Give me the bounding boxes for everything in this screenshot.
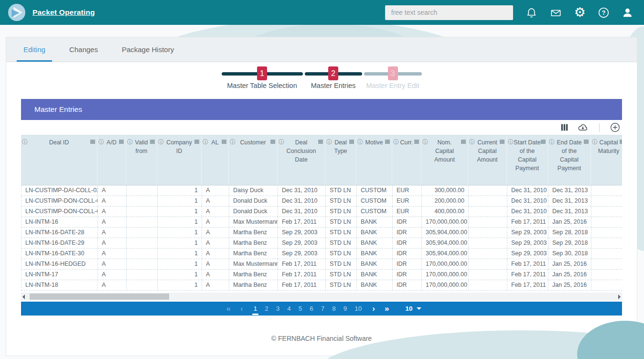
column-menu-icon[interactable] — [270, 140, 275, 144]
page-number-9[interactable]: 9 — [340, 302, 351, 315]
app-title[interactable]: Packet Operating — [32, 8, 95, 17]
column-header[interactable]: ⓘDeal Conclusion Date — [278, 135, 325, 185]
page-number-8[interactable]: 8 — [328, 302, 340, 315]
info-icon: ⓘ — [592, 138, 598, 146]
column-header[interactable]: ⓘMotive — [356, 135, 392, 185]
column-header[interactable]: ⓘNom. Capital Amount — [421, 135, 468, 185]
table-cell: STD LN — [326, 217, 357, 227]
page-number-5[interactable]: 5 — [295, 302, 306, 315]
tab-editing[interactable]: Editing — [17, 37, 52, 62]
page-number-1[interactable]: 1 — [250, 302, 261, 315]
scroll-right-icon[interactable] — [618, 294, 621, 299]
column-menu-icon[interactable] — [500, 140, 504, 144]
scroll-left-icon[interactable] — [22, 294, 25, 299]
table-cell: Feb 17, 2011 — [278, 280, 326, 290]
last-page-button[interactable]: » — [380, 302, 394, 315]
info-icon: ⓘ — [22, 138, 28, 146]
column-header[interactable]: ⓘCapital Maturity — [591, 135, 622, 185]
column-header[interactable]: ⓘAL — [202, 135, 229, 185]
notifications-icon[interactable] — [526, 7, 537, 19]
table-cell: 1 — [158, 238, 202, 248]
table-row[interactable]: LN-INTM-16-DATE-28A1AMartha BenzSep 29, … — [21, 228, 622, 238]
page-number-3[interactable]: 3 — [272, 302, 284, 315]
table-cell: 200,000.00 — [422, 196, 469, 206]
table-cell: Sep 29, 2003 — [278, 228, 326, 238]
column-header[interactable]: ⓘA/D — [97, 135, 126, 185]
page-number-10[interactable]: 10 — [351, 302, 365, 315]
column-header[interactable]: ⓘCustomer — [229, 135, 278, 185]
table-cell: Martha Benz — [229, 228, 278, 238]
table-row[interactable]: LN-CUSTIMP-DON-COLL-02A1ADonald DuckDec … — [21, 207, 622, 217]
column-header[interactable]: ⓘEnd Date of the Capital Payment — [548, 135, 591, 185]
column-menu-icon[interactable] — [414, 140, 419, 144]
tab-changes[interactable]: Changes — [63, 37, 105, 62]
mail-icon[interactable] — [549, 7, 562, 19]
table-cell — [469, 270, 507, 280]
columns-icon[interactable] — [560, 123, 569, 131]
column-menu-icon[interactable] — [385, 140, 390, 144]
page-number-2[interactable]: 2 — [261, 302, 272, 315]
column-menu-icon[interactable] — [349, 140, 354, 144]
table-cell: A — [98, 249, 127, 259]
add-icon[interactable] — [610, 122, 620, 132]
table-cell — [127, 228, 158, 238]
column-menu-icon[interactable] — [150, 140, 155, 144]
app-logo-icon[interactable] — [8, 3, 26, 22]
step-master-entries[interactable]: 2 Master Entries — [305, 66, 362, 99]
step-label: Master Entries — [311, 82, 355, 89]
column-header-label: Deal Type — [334, 139, 347, 154]
table-row[interactable]: LN-CUSTIMP-DON-COLL-01A1ADonald DuckDec … — [21, 196, 622, 207]
tab-package-history[interactable]: Package History — [115, 37, 181, 62]
info-icon: ⓘ — [230, 138, 236, 146]
table-row[interactable]: LN-INTM-18A1AMartha BenzFeb 17, 2011STD … — [21, 280, 622, 291]
help-icon[interactable]: ? — [598, 7, 610, 19]
table-cell — [127, 196, 158, 206]
page-number-4[interactable]: 4 — [283, 302, 295, 315]
page-size-selector[interactable]: 10 — [405, 305, 421, 312]
prev-page-button[interactable]: ‹ — [236, 302, 248, 315]
column-header[interactable]: ⓘValid from — [126, 135, 157, 185]
table-row[interactable]: LN-INTM-17A1AMartha BenzFeb 17, 2011STD … — [21, 270, 622, 280]
column-menu-icon[interactable] — [90, 140, 95, 144]
table-cell: A — [202, 228, 229, 238]
table-cell: IDR — [393, 249, 422, 259]
table-row[interactable]: LN-INTM-16-DATE-29A1AMartha BenzSep 29, … — [21, 238, 622, 249]
column-header[interactable]: ⓘDeal Type — [325, 135, 356, 185]
first-page-button[interactable]: « — [222, 302, 236, 315]
column-menu-icon[interactable] — [584, 140, 589, 144]
download-icon[interactable] — [577, 122, 589, 132]
column-header[interactable]: ⓘStart Date of the Capital Payment — [507, 135, 548, 185]
step-label: Master Table Selection — [227, 82, 297, 89]
column-menu-icon[interactable] — [318, 140, 323, 144]
page-number-7[interactable]: 7 — [317, 302, 329, 315]
next-page-button[interactable]: › — [367, 302, 380, 315]
search-input[interactable] — [385, 5, 513, 20]
table-row[interactable]: LN-INTM-16A1AMax MustermannFeb 17, 2011S… — [21, 217, 622, 228]
table-row[interactable]: LN-CUSTIMP-DAI-COLL-02A1ADaisy DuckDec 3… — [21, 185, 622, 196]
user-icon[interactable] — [622, 7, 633, 19]
table-cell: 170,000,000.00 — [422, 270, 469, 280]
column-menu-icon[interactable] — [541, 140, 546, 144]
column-menu-icon[interactable] — [194, 140, 199, 144]
column-menu-icon[interactable] — [222, 140, 226, 144]
table-row[interactable]: LN-INTM-16-DATE-30A1AMartha BenzSep 29, … — [21, 249, 622, 259]
table-cell: CUSTOM — [357, 207, 393, 217]
table-cell: Dec 31, 2010 — [507, 196, 548, 206]
column-menu-icon[interactable] — [620, 140, 622, 144]
column-header[interactable]: ⓘDeal ID — [21, 135, 97, 185]
step-master-table-selection[interactable]: 1 Master Table Selection — [222, 66, 303, 99]
column-menu-icon[interactable] — [119, 140, 124, 144]
table-cell: IDR — [393, 217, 422, 227]
table-row[interactable]: LN-INTM-16-HEDGEDA1AMax MustermannFeb 17… — [21, 259, 622, 270]
horizontal-scrollbar[interactable] — [21, 293, 622, 301]
page-number-6[interactable]: 6 — [306, 302, 317, 315]
column-header[interactable]: ⓘCompany ID — [157, 135, 202, 185]
table-cell: A — [202, 259, 229, 269]
column-header[interactable]: ⓘCurrent Capital Amount — [468, 135, 507, 185]
column-header[interactable]: ⓘCurr. — [392, 135, 421, 185]
settings-icon[interactable]: ⚙ — [574, 6, 586, 19]
scrollbar-thumb[interactable] — [30, 294, 169, 300]
column-menu-icon[interactable] — [461, 140, 466, 144]
step-label: Master Entry Edit — [366, 82, 419, 89]
info-icon: ⓘ — [98, 138, 104, 146]
